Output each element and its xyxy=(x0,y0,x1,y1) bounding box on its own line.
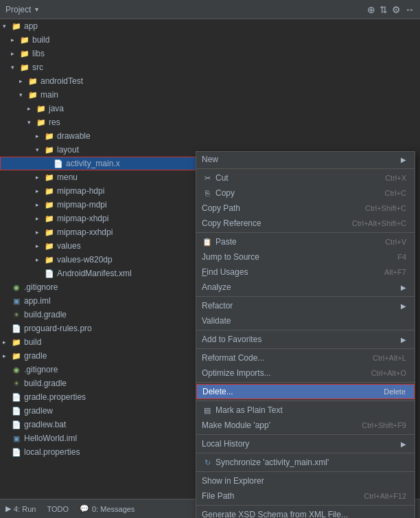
tree-item[interactable]: 📁 res xyxy=(0,115,199,129)
submenu-arrow-icon: ▶ xyxy=(401,156,406,164)
arrow-icon xyxy=(3,23,11,30)
menu-shortcut: Delete xyxy=(384,387,406,396)
arrow-icon xyxy=(36,146,44,153)
tree-item[interactable]: 📁 drawable xyxy=(0,129,199,143)
expand-icon[interactable]: ↔ xyxy=(405,4,415,15)
menu-separator xyxy=(196,401,415,401)
menu-separator xyxy=(196,505,415,506)
menu-item-label: Paste xyxy=(215,237,237,247)
menu-item-mark-plain[interactable]: ▤ Mark as Plain Text xyxy=(196,403,415,418)
menu-item-jump-to-source[interactable]: Jump to Source F4 xyxy=(196,249,415,264)
tree-item[interactable]: 📄 gradle.properties xyxy=(0,390,199,404)
chevron-down-icon[interactable]: ▾ xyxy=(35,5,38,13)
tree-item[interactable]: ◉ .gitignore xyxy=(0,363,199,376)
item-label: gradle xyxy=(24,351,47,361)
folder-icon: 📁 xyxy=(11,337,22,348)
folder-icon: 📁 xyxy=(44,172,55,183)
settings-icon[interactable]: ⊕ xyxy=(367,4,375,15)
menu-item-label: Jump to Source xyxy=(202,252,384,262)
tree-item[interactable]: ▣ HelloWorld.iml xyxy=(0,431,199,445)
menu-item-analyze[interactable]: Analyze ▶ xyxy=(196,280,415,295)
arrow-icon xyxy=(36,133,44,139)
tree-item[interactable]: 📁 gradle xyxy=(0,349,199,363)
folder-icon: 📁 xyxy=(11,350,22,361)
tree-item[interactable]: 📁 main xyxy=(0,88,199,102)
menu-item-make-module[interactable]: Make Module 'app' Ctrl+Shift+F9 xyxy=(196,418,415,433)
menu-item-copy[interactable]: ⎘ Copy Ctrl+C xyxy=(196,185,415,201)
tree-item[interactable]: 📁 build xyxy=(0,33,199,47)
folder-icon: 📁 xyxy=(36,103,47,114)
tree-item[interactable]: 📁 values xyxy=(0,239,199,253)
menu-item-new[interactable]: New ▶ xyxy=(196,152,415,167)
folder-icon: 📁 xyxy=(44,199,55,210)
folder-icon: 📁 xyxy=(44,185,55,196)
item-label: .gitignore xyxy=(24,365,58,374)
menu-item-local-history[interactable]: Local History ▶ xyxy=(196,436,415,451)
tree-item[interactable]: 📁 libs xyxy=(0,47,199,60)
tree-item[interactable]: ☀ build.gradle xyxy=(0,308,199,322)
menu-item-label: Refactor xyxy=(202,301,398,311)
menu-item-label: Local History xyxy=(202,439,398,449)
tree-item[interactable]: 📁 mipmap-mdpi xyxy=(0,198,199,212)
tree-item[interactable]: 📁 app xyxy=(0,19,199,33)
menu-item-add-favorites[interactable]: Add to Favorites ▶ xyxy=(196,332,415,347)
menu-item-synchronize[interactable]: ↻ Synchronize 'activity_main.xml' xyxy=(196,455,415,470)
menu-item-file-path[interactable]: File Path Ctrl+Alt+F12 xyxy=(196,488,415,504)
menu-item-paste[interactable]: 📋 Paste Ctrl+V xyxy=(196,234,415,249)
tree-item[interactable]: 📄 gradlew.bat xyxy=(0,418,199,431)
menu-separator xyxy=(196,453,415,453)
sort-icon[interactable]: ⇅ xyxy=(380,4,388,15)
folder-icon: 📁 xyxy=(19,62,30,73)
todo-panel-button[interactable]: TODO xyxy=(47,505,69,513)
messages-panel-button[interactable]: 💬 0: Messages xyxy=(80,504,135,513)
menu-item-find-usages[interactable]: Find Usages Alt+F7 xyxy=(196,264,415,280)
run-icon: ▶ xyxy=(5,504,11,513)
menu-item-cut[interactable]: ✂ Cut Ctrl+X xyxy=(196,170,415,185)
arrow-icon xyxy=(36,201,44,208)
tree-item[interactable]: 📁 values-w820dp xyxy=(0,253,199,267)
tree-item[interactable]: 📄 proguard-rules.pro xyxy=(0,322,199,335)
menu-item-delete[interactable]: Delete... Delete xyxy=(196,384,415,399)
activity-main-xml-item[interactable]: 📄 activity_main.x xyxy=(0,157,199,170)
item-label: mipmap-xxhdpi xyxy=(57,227,113,237)
tree-item[interactable]: 📁 build xyxy=(0,335,199,349)
menu-item-generate-xsd[interactable]: Generate XSD Schema from XML File... xyxy=(196,507,415,518)
tree-item[interactable]: 📁 mipmap-xxhdpi xyxy=(0,225,199,239)
menu-item-show-explorer[interactable]: Show in Explorer xyxy=(196,473,415,488)
gradle-file-icon: ☀ xyxy=(11,378,22,389)
arrow-icon xyxy=(36,174,44,181)
item-label: mipmap-mdpi xyxy=(57,200,107,210)
tree-item[interactable]: 📁 menu xyxy=(0,170,199,184)
menu-item-content: ↻ Synchronize 'activity_main.xml' xyxy=(202,458,329,467)
item-label: HelloWorld.iml xyxy=(24,433,77,443)
tree-item[interactable]: 📄 local.properties xyxy=(0,445,199,459)
paste-icon: 📋 xyxy=(202,238,213,247)
tree-item[interactable]: 📁 mipmap-xhdpi xyxy=(0,212,199,225)
menu-item-reformat[interactable]: Reformat Code... Ctrl+Alt+L xyxy=(196,350,415,365)
messages-icon: 💬 xyxy=(80,504,89,513)
tree-item[interactable]: ▣ app.iml xyxy=(0,294,199,308)
run-panel-button[interactable]: ▶ 4: Run xyxy=(5,504,36,513)
menu-separator xyxy=(196,296,415,297)
tree-item[interactable]: ☀ build.gradle xyxy=(0,376,199,390)
tree-item[interactable]: 📄 gradlew xyxy=(0,404,199,418)
tree-item[interactable]: ◉ .gitignore xyxy=(0,280,199,294)
tree-item[interactable]: 📁 androidTest xyxy=(0,74,199,88)
tree-item[interactable]: 📁 layout xyxy=(0,143,199,157)
folder-icon: 📁 xyxy=(27,89,38,100)
gear-icon[interactable]: ⚙ xyxy=(392,4,401,15)
folder-icon: 📁 xyxy=(44,144,55,155)
menu-item-refactor[interactable]: Refactor ▶ xyxy=(196,298,415,313)
tree-item[interactable]: 📄 AndroidManifest.xml xyxy=(0,267,199,280)
menu-item-content: 📋 Paste xyxy=(202,237,237,247)
menu-item-label: File Path xyxy=(202,491,350,501)
tree-item[interactable]: 📁 java xyxy=(0,102,199,115)
menu-item-optimize-imports[interactable]: Optimize Imports... Ctrl+Alt+O xyxy=(196,365,415,381)
menu-item-copy-reference[interactable]: Copy Reference Ctrl+Alt+Shift+C xyxy=(196,216,415,231)
item-label: src xyxy=(32,63,43,72)
tree-item[interactable]: 📁 mipmap-hdpi xyxy=(0,184,199,198)
tree-item[interactable]: 📁 src xyxy=(0,60,199,74)
item-label: .gitignore xyxy=(24,282,58,292)
menu-item-copy-path[interactable]: Copy Path Ctrl+Shift+C xyxy=(196,201,415,216)
menu-item-validate[interactable]: Validate xyxy=(196,313,415,328)
